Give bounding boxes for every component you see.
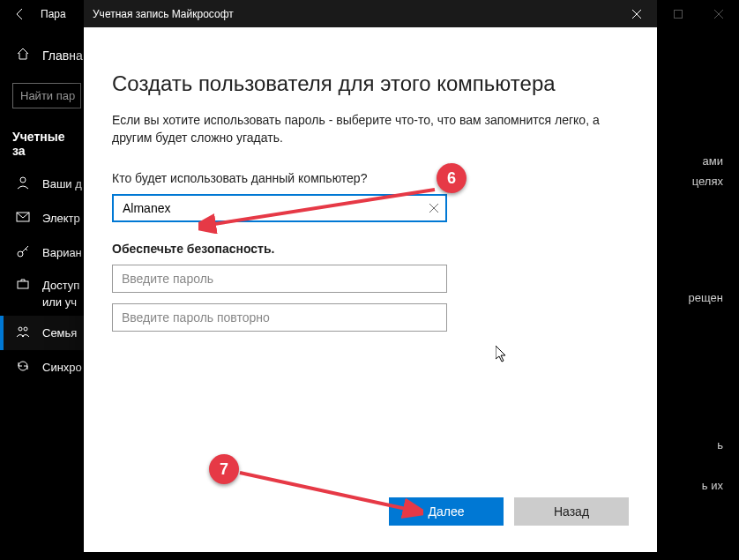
sidebar-item-family[interactable]: Семья: [0, 316, 84, 350]
sidebar-item-label: Синхро: [42, 361, 82, 374]
username-input[interactable]: [112, 194, 447, 222]
bg-text-fragment: рещен: [689, 291, 723, 304]
sync-icon: [16, 359, 30, 376]
bg-text-fragment: ь их: [702, 479, 723, 492]
settings-sidebar: Главна Найти пар Учетные за Ваши д Элект…: [0, 40, 84, 385]
next-button[interactable]: Далее: [389, 497, 504, 526]
back-button[interactable]: Назад: [514, 497, 629, 526]
svg-point-7: [24, 327, 27, 331]
bg-text-fragment: целях: [692, 175, 723, 188]
password-input[interactable]: [112, 265, 447, 293]
sidebar-item-sync[interactable]: Синхро: [0, 350, 84, 385]
dialog-description: Если вы хотите использовать пароль - выб…: [112, 112, 629, 146]
sidebar-item-access[interactable]: Доступ или уч: [0, 270, 84, 316]
briefcase-icon: [16, 277, 30, 294]
people-icon: [16, 325, 30, 341]
svg-point-6: [19, 327, 22, 331]
security-label: Обеспечьте безопасность.: [112, 242, 629, 256]
sidebar-item-label-line2: или уч: [42, 295, 77, 309]
key-icon: [16, 244, 30, 261]
home-label: Главна: [42, 49, 83, 63]
dialog-title: Учетная запись Майкрософт: [93, 8, 234, 20]
sidebar-item-label: Вариан: [42, 246, 82, 259]
svg-point-2: [20, 177, 26, 183]
clear-input-button[interactable]: [421, 194, 447, 222]
svg-rect-5: [18, 281, 28, 288]
sidebar-item-label: Ваши д: [42, 177, 82, 190]
close-bg-button[interactable]: [698, 0, 739, 28]
password-confirm-input[interactable]: [112, 303, 447, 332]
annotation-badge-6: 6: [437, 163, 467, 193]
mail-icon: [16, 210, 30, 227]
svg-rect-1: [675, 11, 683, 19]
dialog-titlebar: Учетная запись Майкрософт: [84, 0, 657, 27]
annotation-badge-7: 7: [209, 454, 239, 484]
dialog-heading: Создать пользователя для этого компьютер…: [112, 71, 629, 96]
cursor-icon: [496, 346, 508, 367]
sidebar-item-signin[interactable]: Вариан: [0, 235, 84, 270]
home-icon: [16, 47, 30, 63]
bg-text-fragment: ами: [703, 154, 723, 168]
sidebar-section-title: Учетные за: [0, 121, 84, 167]
bg-text-fragment: ь: [717, 438, 723, 452]
back-button[interactable]: [0, 0, 41, 28]
account-dialog: Учетная запись Майкрософт Создать пользо…: [84, 0, 657, 552]
search-input-bg[interactable]: Найти пар: [12, 83, 81, 108]
sidebar-item-label: Семья: [42, 326, 77, 340]
sidebar-item-label: Электр: [42, 212, 80, 225]
home-nav[interactable]: Главна: [0, 40, 84, 71]
person-icon: [16, 175, 30, 192]
dialog-close-button[interactable]: [616, 0, 657, 27]
sidebar-item-email[interactable]: Электр: [0, 201, 84, 235]
sidebar-item-yourinfo[interactable]: Ваши д: [0, 167, 84, 201]
username-label: Кто будет использовать данный компьютер?: [112, 171, 629, 185]
maximize-button[interactable]: [658, 0, 698, 28]
bg-window-title: Пара: [41, 8, 66, 20]
sidebar-item-label: Доступ: [42, 279, 79, 292]
